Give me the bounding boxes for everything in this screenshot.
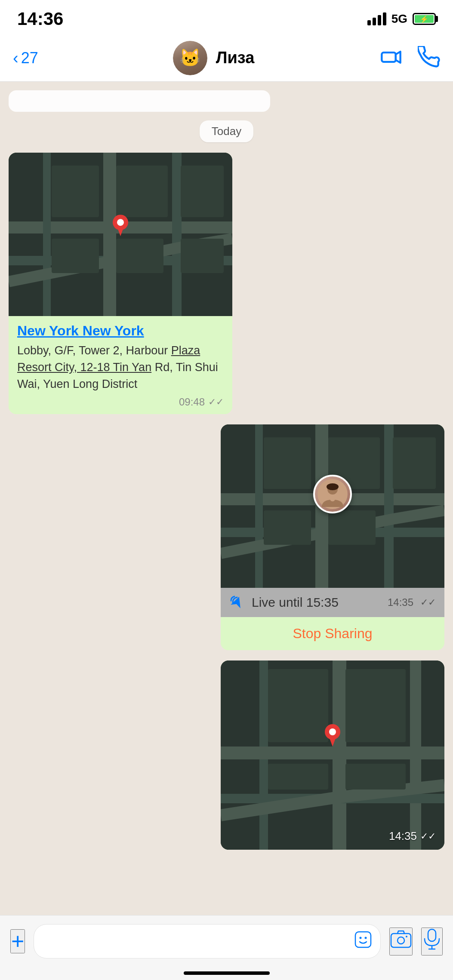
- live-text: Live until 15:35: [252, 595, 381, 610]
- signal-bar-4: [383, 12, 386, 25]
- svg-rect-9: [116, 166, 168, 217]
- stop-sharing-label[interactable]: Stop Sharing: [293, 626, 372, 641]
- svg-point-30: [327, 483, 339, 490]
- stop-sharing-button[interactable]: Stop Sharing: [221, 617, 444, 650]
- outgoing-map-time: 14:35 ✓✓: [389, 829, 436, 843]
- svg-rect-25: [393, 437, 436, 489]
- location-address-1: Lobby, G/F, Tower 2, Harbour Plaza Resor…: [17, 342, 224, 393]
- check-marks-1: ✓✓: [208, 396, 224, 408]
- message-meta-1: 09:48 ✓✓: [17, 396, 224, 408]
- live-message-time: 14:35: [388, 596, 413, 608]
- live-location-bubble[interactable]: Live until 15:35 14:35 ✓✓ Stop Sharing: [221, 424, 444, 650]
- svg-rect-52: [428, 929, 436, 941]
- date-badge-label: Today: [200, 120, 253, 142]
- status-icons: 5G ⚡: [367, 12, 436, 26]
- svg-point-50: [398, 937, 404, 944]
- video-call-button[interactable]: [380, 46, 402, 70]
- message-row-location-incoming: New York New York Lobby, G/F, Tower 2, H…: [9, 153, 444, 414]
- svg-rect-21: [384, 424, 394, 588]
- location-info-1: New York New York Lobby, G/F, Tower 2, H…: [9, 316, 232, 414]
- svg-rect-26: [264, 510, 311, 545]
- svg-point-31: [330, 496, 335, 501]
- svg-marker-1: [396, 52, 401, 63]
- live-avatar-image: [313, 475, 352, 513]
- avatar-image: 🐱: [173, 41, 207, 75]
- svg-rect-49: [391, 934, 411, 947]
- svg-marker-45: [329, 737, 336, 747]
- svg-rect-12: [116, 239, 163, 273]
- status-time: 14:36: [17, 9, 63, 29]
- live-location-icon: [229, 595, 245, 610]
- svg-rect-40: [345, 669, 406, 742]
- back-chevron-icon: ‹: [13, 50, 18, 66]
- svg-point-47: [360, 937, 362, 939]
- svg-marker-16: [117, 227, 124, 237]
- map-preview-2[interactable]: [221, 424, 444, 588]
- message-row-location-outgoing: 14:35 ✓✓: [9, 661, 444, 850]
- map-svg-3: [221, 661, 444, 850]
- svg-point-15: [117, 219, 124, 226]
- svg-rect-13: [181, 239, 224, 273]
- svg-rect-6: [172, 153, 182, 316]
- back-count: 27: [21, 49, 38, 67]
- svg-rect-39: [268, 669, 328, 742]
- svg-rect-41: [268, 764, 328, 790]
- avatar: 🐱: [173, 41, 207, 75]
- svg-rect-23: [264, 437, 311, 489]
- svg-rect-0: [382, 52, 396, 62]
- svg-rect-37: [221, 747, 444, 759]
- signal-bar-1: [367, 20, 371, 25]
- sticker-button[interactable]: [354, 931, 372, 952]
- svg-rect-27: [328, 510, 376, 545]
- message-row-live-location: Live until 15:35 14:35 ✓✓ Stop Sharing: [9, 424, 444, 650]
- svg-rect-8: [52, 166, 99, 217]
- location-bubble-incoming[interactable]: New York New York Lobby, G/F, Tower 2, H…: [9, 153, 232, 414]
- status-bar: 14:36 5G ⚡: [0, 0, 453, 34]
- svg-rect-42: [345, 764, 406, 790]
- home-indicator: [184, 971, 270, 975]
- message-input-wrap[interactable]: [34, 924, 381, 958]
- address-underline: Plaza Resort City, 12-18 Tin Yan: [17, 344, 200, 374]
- input-area: +: [0, 915, 453, 980]
- back-button[interactable]: ‹ 27: [13, 49, 47, 67]
- microphone-button[interactable]: [421, 928, 443, 955]
- camera-button[interactable]: [389, 928, 413, 955]
- svg-point-51: [406, 936, 407, 937]
- live-avatar-pin: [313, 475, 352, 513]
- map-pin-1: [112, 215, 129, 238]
- location-name-1[interactable]: New York New York: [17, 323, 224, 339]
- signal-bar-3: [378, 15, 381, 25]
- plus-button[interactable]: +: [10, 929, 25, 953]
- signal-bar-2: [373, 18, 376, 25]
- input-actions: [389, 928, 443, 955]
- nav-actions: [380, 46, 440, 70]
- map-pin-3: [324, 724, 341, 748]
- live-info-bar: Live until 15:35 14:35 ✓✓: [221, 588, 444, 617]
- map-preview-3[interactable]: 14:35 ✓✓: [221, 661, 444, 850]
- contact-info[interactable]: 🐱 Лиза: [47, 41, 380, 75]
- svg-rect-7: [43, 153, 51, 316]
- map-preview-1[interactable]: [9, 153, 232, 316]
- nav-bar: ‹ 27 🐱 Лиза: [0, 34, 453, 82]
- partial-previous-message: [9, 90, 270, 112]
- chat-area: Today: [0, 82, 453, 899]
- contact-name: Лиза: [216, 49, 255, 67]
- date-badge: Today: [9, 120, 444, 142]
- svg-rect-22: [255, 424, 263, 588]
- svg-rect-10: [181, 166, 224, 217]
- svg-rect-11: [52, 239, 99, 273]
- message-input[interactable]: [43, 934, 354, 949]
- location-bubble-outgoing[interactable]: 14:35 ✓✓: [221, 661, 444, 850]
- message-time-1: 09:48: [179, 396, 205, 408]
- battery-bolt: ⚡: [420, 15, 428, 23]
- battery: ⚡: [413, 13, 436, 25]
- signal-bars: [367, 12, 386, 25]
- phone-call-button[interactable]: [418, 46, 440, 70]
- live-check-marks: ✓✓: [420, 597, 436, 608]
- svg-point-48: [365, 937, 367, 939]
- svg-point-44: [329, 728, 336, 735]
- network-label: 5G: [391, 12, 407, 26]
- svg-rect-46: [355, 932, 371, 947]
